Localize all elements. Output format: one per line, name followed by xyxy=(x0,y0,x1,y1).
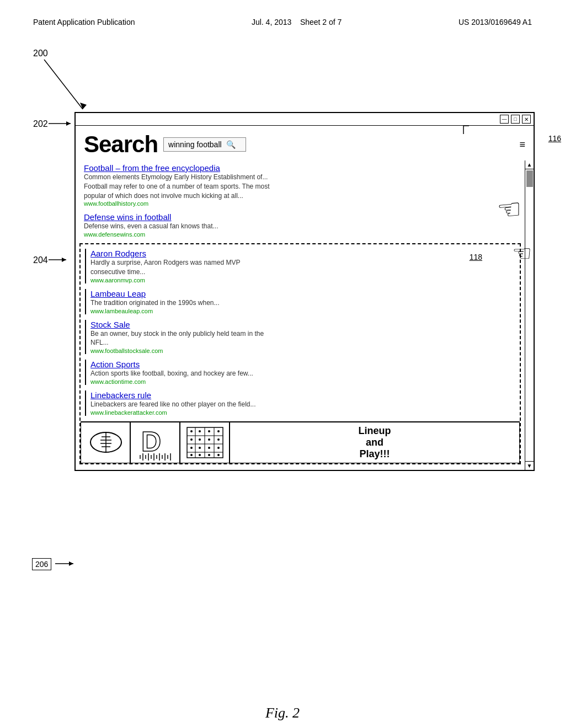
lineup-cell[interactable]: LineupandPlay!!! xyxy=(230,422,520,463)
svg-marker-52 xyxy=(69,561,73,566)
svg-point-46 xyxy=(217,454,220,456)
result-item-7: Linebackers rule Linebackers are feared … xyxy=(85,390,515,416)
result-url-6: www.actiontime.com xyxy=(90,378,515,385)
header-right: US 2013/0169649 A1 xyxy=(459,18,532,26)
result-title-6[interactable]: Action Sports xyxy=(90,360,515,369)
scrollbar-thumb[interactable] xyxy=(526,170,533,187)
result-item-4: Lambeau Leap The tradition originated in… xyxy=(85,289,515,314)
browser-window: — □ ✕ Search winning football 🔍 116 ≡ ☞ xyxy=(74,112,535,471)
header-middle: Jul. 4, 2013 Sheet 2 of 7 xyxy=(252,18,342,26)
menu-icon[interactable]: ≡ xyxy=(519,139,525,151)
lineup-text: LineupandPlay!!! xyxy=(359,425,391,460)
svg-point-31 xyxy=(190,430,193,432)
result-summary-5: Be an owner, buy stock in the only publi… xyxy=(90,329,515,348)
result-title-5[interactable]: Stock Sale xyxy=(90,320,515,329)
result-summary-6: Action sports like football, boxing, and… xyxy=(90,369,515,378)
label-204: 204 xyxy=(33,255,48,265)
figure-label: Fig. 2 xyxy=(0,705,565,728)
label-202: 202 xyxy=(33,119,48,129)
result-item-2: Defense wins in football Defense wins, e… xyxy=(84,212,516,238)
search-icon: 🔍 xyxy=(226,140,236,149)
defense-svg: D xyxy=(136,425,174,461)
svg-point-43 xyxy=(190,454,193,456)
stadium-icon-cell[interactable] xyxy=(180,422,230,463)
result-title-7[interactable]: Linebackers rule xyxy=(90,390,515,400)
result-url-3: www.aaronmvp.com xyxy=(90,277,515,283)
result-summary-1: Common elements Etymology Early History … xyxy=(84,173,516,200)
browser-titlebar: — □ ✕ xyxy=(76,113,534,126)
result-title-3[interactable]: Aaron Rodgers xyxy=(90,249,515,258)
label-206: 206 xyxy=(32,558,51,570)
result-summary-3: Hardly a surprise, Aaron Rodgers was nam… xyxy=(90,258,515,277)
svg-point-34 xyxy=(217,430,220,432)
result-url-2: www.defensewins.com xyxy=(84,231,516,238)
result-url-1: www.footballhistory.com xyxy=(84,200,516,207)
svg-point-44 xyxy=(199,454,201,456)
svg-text:D: D xyxy=(141,426,161,457)
scrollbar: ▲ ▼ xyxy=(525,160,534,470)
svg-point-36 xyxy=(199,438,201,441)
result-summary-7: Linebackers are feared like no other pla… xyxy=(90,400,515,409)
result-summary-2: Defense wins, even a casual fan knows th… xyxy=(84,222,516,231)
maximize-button[interactable]: □ xyxy=(511,115,520,124)
label-116: 116 xyxy=(548,134,561,143)
hand-cursor-2: ☞ xyxy=(512,240,532,266)
result-url-5: www.footballstocksale.com xyxy=(90,347,515,354)
svg-marker-1 xyxy=(80,103,87,109)
svg-point-40 xyxy=(199,447,201,449)
search-title: Search xyxy=(84,131,158,158)
result-url-7: www.linebackerattacker.com xyxy=(90,409,515,416)
label-118: 118 xyxy=(470,253,482,261)
result-title-4[interactable]: Lambeau Leap xyxy=(90,289,515,298)
result-item-5: Stock Sale Be an owner, buy stock in the… xyxy=(85,320,515,355)
result-title-2[interactable]: Defense wins in football xyxy=(84,212,516,222)
close-button[interactable]: ✕ xyxy=(522,115,531,124)
svg-point-38 xyxy=(217,438,220,441)
result-title-1[interactable]: Football – from the free encyclopedia xyxy=(84,163,516,173)
svg-point-39 xyxy=(190,447,193,449)
svg-point-35 xyxy=(190,438,193,441)
minimize-button[interactable]: — xyxy=(500,115,509,124)
patent-header: Patent Application Publication Jul. 4, 2… xyxy=(0,0,565,38)
result-summary-4: The tradition originated in the 1990s wh… xyxy=(90,298,515,308)
stadium-svg xyxy=(184,425,226,461)
svg-marker-3 xyxy=(66,121,71,126)
svg-point-33 xyxy=(208,430,210,432)
scrollbar-up-button[interactable]: ▲ xyxy=(525,160,534,169)
hand-cursor: ☞ xyxy=(496,192,524,227)
svg-point-41 xyxy=(208,447,210,449)
svg-point-42 xyxy=(217,447,220,449)
football-icon-cell[interactable] xyxy=(81,422,130,463)
svg-line-0 xyxy=(44,60,83,109)
result-url-4: www.lambeauleap.com xyxy=(90,308,515,314)
icon-strip: D xyxy=(81,421,520,463)
search-input-box[interactable]: winning football 🔍 xyxy=(163,137,246,152)
svg-point-37 xyxy=(208,438,210,441)
search-area: Search winning football 🔍 116 ≡ xyxy=(76,126,534,160)
browser-body: ☞ Football – from the free encyclopedia … xyxy=(76,160,534,470)
result-item-1: Football – from the free encyclopedia Co… xyxy=(84,163,516,207)
result-item-3: Aaron Rodgers Hardly a surprise, Aaron R… xyxy=(85,249,515,283)
header-left: Patent Application Publication xyxy=(33,18,135,26)
label-200: 200 xyxy=(33,49,48,58)
content-area: ☞ Football – from the free encyclopedia … xyxy=(76,160,525,470)
result-item-6: Action Sports Action sports like footbal… xyxy=(85,360,515,385)
dashed-section-inner: Aaron Rodgers Hardly a surprise, Aaron R… xyxy=(79,243,521,464)
defense-icon-cell[interactable]: D xyxy=(130,422,180,463)
svg-point-45 xyxy=(208,454,210,456)
football-svg xyxy=(85,425,126,461)
svg-marker-50 xyxy=(62,258,66,262)
arrow-200-svg xyxy=(28,49,138,115)
scrollbar-down-button[interactable]: ▼ xyxy=(525,461,534,470)
svg-point-32 xyxy=(199,430,201,432)
search-query: winning football xyxy=(168,140,222,149)
